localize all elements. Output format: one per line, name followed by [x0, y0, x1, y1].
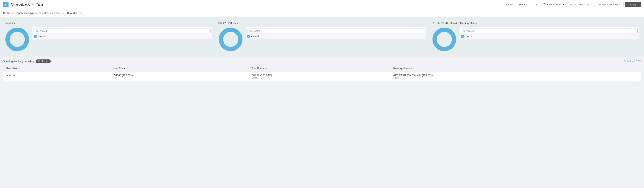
- sort-real-user-icon: ⇅: [18, 67, 20, 70]
- jobs-donut-svg: [5, 27, 30, 52]
- col-real-user[interactable]: Real User ⇅: [3, 65, 111, 72]
- memory-title: 61Y 6M 1D 20h 26m 49s Memory Hours: [432, 22, 639, 24]
- memory-donut-svg: [432, 27, 457, 52]
- cpu-content: 🔍 ✓ unravel: [218, 27, 426, 53]
- calendar-icon: 📅: [543, 3, 546, 6]
- memory-legend-item: ✓ unravel: [461, 35, 638, 38]
- group-by-label: Group By :: [3, 11, 15, 14]
- svg-point-3: [225, 34, 236, 45]
- cpu-legend-item: ✓ unravel: [247, 35, 424, 38]
- jobs-search-icon: 🔍: [36, 29, 39, 32]
- results-table: Real User ⇅ Job Count ↑ Cpu Hours ⇅ Memo…: [3, 65, 641, 82]
- group-by-bar: Group By : Application Type = mr & User …: [0, 9, 644, 17]
- group-by-filters: Application Type = mr & User = unravel: [17, 11, 60, 14]
- jobs-content: 🔍 ✓ unravel: [5, 27, 212, 53]
- memory-search-input[interactable]: [467, 30, 636, 32]
- jobs-donut: [5, 27, 30, 53]
- results-label: Showing results grouped by Real User: [3, 59, 51, 63]
- jobs-panel: 54k Jobs 🔍 ✓ unravel: [2, 19, 214, 55]
- table-body: unravel 54303 (100.00%) 502.22 (100.00%)…: [3, 72, 641, 82]
- cpu-search-box[interactable]: 🔍: [247, 29, 424, 33]
- jobs-legend-checkbox[interactable]: ✓: [34, 35, 36, 38]
- breadcrumb-separator: »: [32, 2, 34, 6]
- sort-memory-hours-icon: ⇅: [411, 67, 412, 70]
- sort-cpu-hours-icon: ⇅: [265, 67, 267, 70]
- header: V Chargeback » Yarn Cluster default ▾ 📅 …: [0, 0, 644, 9]
- breadcrumb: Chargeback » Yarn: [11, 2, 506, 6]
- apply-button[interactable]: Apply: [625, 2, 641, 7]
- cpu-legend-panel: 🔍 ✓ unravel: [246, 27, 426, 39]
- real-user-badge: Real User: [36, 59, 50, 63]
- results-section: Showing results grouped by Real User Dow…: [0, 57, 644, 84]
- breadcrumb-parent: Chargeback: [11, 2, 30, 6]
- cell-memory-hours: 61Y 6M 1D 20h 26m 49s (100.00%) Cost: - …: [390, 72, 641, 82]
- memory-search-box[interactable]: 🔍: [461, 29, 638, 33]
- results-header: Showing results grouped by Real User Dow…: [3, 59, 641, 63]
- memory-legend-panel: 🔍 ✓ unravel: [459, 27, 639, 39]
- memory-hours-cost: Cost: - - -: [394, 77, 638, 79]
- jobs-search-input[interactable]: [40, 30, 209, 32]
- memory-panel: 61Y 6M 1D 20h 26m 49s Memory Hours 🔍 ✓ u…: [430, 19, 642, 55]
- cpu-donut: [218, 27, 243, 53]
- memory-donut: [432, 27, 457, 53]
- memory-legend-label: unravel: [465, 35, 472, 38]
- jobs-legend-item: ✓ unravel: [34, 35, 210, 38]
- cluster-value: default: [518, 3, 526, 6]
- filter-tag-remove[interactable]: ×: [80, 11, 81, 14]
- download-csv-link[interactable]: Download CSV: [624, 60, 641, 63]
- cluster-label: Cluster: [506, 3, 514, 6]
- date-caret-icon: ▾: [563, 3, 564, 6]
- jobs-legend-label: unravel: [38, 35, 45, 38]
- col-cpu-hours[interactable]: Cpu Hours ⇅: [249, 65, 390, 72]
- breadcrumb-child: Yarn: [36, 2, 43, 6]
- memory-legend-checkbox[interactable]: ✓: [461, 35, 464, 38]
- cpu-title: 502.22 CPU Hours: [218, 22, 426, 24]
- svg-point-5: [439, 34, 450, 45]
- jobs-search-box[interactable]: 🔍: [34, 29, 210, 33]
- svg-point-1: [12, 34, 23, 45]
- col-job-count[interactable]: Job Count ↑: [111, 65, 249, 72]
- double-arrow-icon[interactable]: »: [62, 11, 64, 15]
- cpu-hours-cost: Cost: - - -: [252, 77, 387, 79]
- date-range-value: Last 90 Days: [547, 3, 562, 6]
- cpu-hours-value: 502.22 (100.00%): [252, 74, 387, 77]
- stats-row: 54k Jobs 🔍 ✓ unravel 502.2: [0, 17, 644, 57]
- filter-tag-label: Real User: [67, 11, 78, 14]
- cpu-legend-checkbox[interactable]: ✓: [247, 35, 250, 38]
- sort-job-count-icon: ↑: [127, 67, 128, 70]
- divider-1: [215, 19, 216, 55]
- jobs-legend-panel: 🔍 ✓ unravel: [32, 27, 212, 39]
- cluster-caret-icon: ▾: [536, 3, 537, 6]
- cpu-donut-svg: [218, 27, 243, 52]
- memory-hours-value: 61Y 6M 1D 20h 26m 49s (100.00%): [394, 74, 638, 77]
- memory-search-icon: 🔍: [463, 29, 466, 32]
- memory-content: 🔍 ✓ unravel: [432, 27, 639, 53]
- vcore-input[interactable]: [568, 2, 595, 7]
- memory-input[interactable]: [596, 2, 624, 7]
- cpu-search-input[interactable]: [253, 30, 422, 32]
- cell-real-user: unravel: [3, 72, 111, 82]
- cell-job-count: 54303 (100.00%): [111, 72, 249, 82]
- table-header: Real User ⇅ Job Count ↑ Cpu Hours ⇅ Memo…: [3, 65, 641, 72]
- cpu-search-icon: 🔍: [249, 29, 252, 32]
- showing-label: Showing results grouped by: [3, 60, 34, 63]
- date-range-picker[interactable]: 📅 Last 90 Days ▾: [541, 2, 566, 7]
- header-controls: Cluster default ▾ 📅 Last 90 Days ▾ Apply: [506, 2, 641, 7]
- cpu-legend-label: unravel: [251, 35, 259, 38]
- jobs-title: 54k Jobs: [5, 22, 212, 24]
- filter-tag: Real User ×: [65, 11, 83, 15]
- table-header-row: Real User ⇅ Job Count ↑ Cpu Hours ⇅ Memo…: [3, 65, 641, 72]
- col-memory-hours[interactable]: Memory Hours ⇅: [390, 65, 641, 72]
- table-row: unravel 54303 (100.00%) 502.22 (100.00%)…: [3, 72, 641, 82]
- divider-2: [428, 19, 429, 55]
- cluster-dropdown[interactable]: default ▾: [516, 2, 539, 7]
- cell-cpu-hours: 502.22 (100.00%) Cost: - - -: [249, 72, 390, 82]
- cpu-panel: 502.22 CPU Hours 🔍 ✓ unravel: [216, 19, 428, 55]
- logo-icon: V: [3, 2, 8, 7]
